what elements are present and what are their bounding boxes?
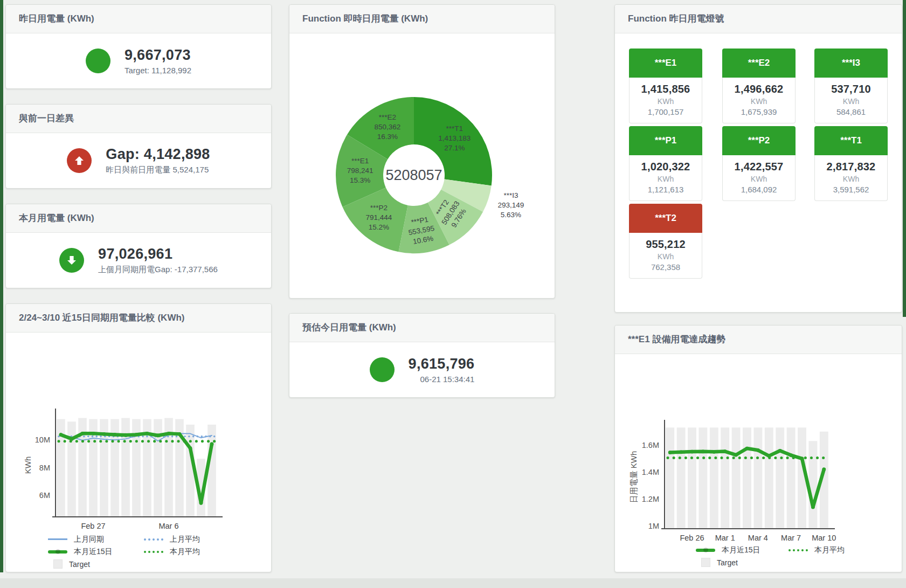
series-point xyxy=(210,442,214,446)
series-point xyxy=(167,432,171,435)
arrow-down-circle-icon xyxy=(59,248,84,273)
target-bar[interactable] xyxy=(698,427,707,529)
target-bar[interactable] xyxy=(776,427,784,529)
arrow-down-icon xyxy=(66,254,78,266)
series-point xyxy=(199,501,203,505)
legend-item-本月近15日[interactable]: 本月近15日 xyxy=(696,545,789,555)
x-tick-label: Mar 7 xyxy=(781,534,801,542)
legend-item-Target[interactable]: Target xyxy=(696,558,789,567)
legend-item-本月平均[interactable]: 本月平均 xyxy=(789,545,881,555)
light-tile-target: 1,675,939 xyxy=(724,107,794,116)
x-tick-label: Mar 1 xyxy=(715,534,735,542)
legend-item-Target[interactable]: Target xyxy=(48,559,144,569)
series-point xyxy=(778,449,782,453)
series-point xyxy=(135,433,139,437)
series-point xyxy=(690,450,694,454)
target-bar[interactable] xyxy=(765,427,773,529)
series-point xyxy=(81,432,85,435)
legend-label: 本月近15日 xyxy=(74,547,113,557)
light-tile-value: 1,422,557 xyxy=(724,161,794,173)
light-tile-value: 955,212 xyxy=(631,238,701,251)
light-tile-value: 2,817,832 xyxy=(816,161,886,173)
panel-title: 2/24~3/10 近15日同期用電量比較 (KWh) xyxy=(6,304,271,333)
target-bar[interactable] xyxy=(666,427,674,529)
light-tile-E1: ***E11,415,856KWh1,700,157 xyxy=(629,49,702,123)
light-tile-body: 2,817,832KWh3,591,562 xyxy=(814,155,888,201)
light-tile-unit: KWh xyxy=(631,175,701,183)
panel-month-usage: 本月用電量 (KWh) 97,026,961 上個月同期用電Gap: -17,3… xyxy=(5,204,272,288)
target-bar[interactable] xyxy=(753,427,762,529)
x-tick-label: Feb 26 xyxy=(680,534,704,542)
light-tile-unit: KWh xyxy=(816,97,886,106)
series-point xyxy=(745,447,749,451)
day-gap-sub: 昨日與前日用電量 5,524,175 xyxy=(106,165,210,175)
legend-thin-line-icon xyxy=(48,538,67,540)
y-tick-label: 1.2M xyxy=(642,495,659,503)
series-point xyxy=(756,448,760,452)
target-bar[interactable] xyxy=(732,427,741,529)
target-bar[interactable] xyxy=(208,425,216,517)
panel-title: 本月用電量 (KWh) xyxy=(6,204,271,233)
light-tile-label: ***P2 xyxy=(722,126,796,155)
legend-item-本月平均[interactable]: 本月平均 xyxy=(144,547,240,557)
light-tile-unit: KWh xyxy=(724,175,794,183)
target-bar[interactable] xyxy=(787,427,796,529)
series-point xyxy=(146,432,149,435)
target-bar[interactable] xyxy=(743,427,751,529)
light-tile-label: ***T1 xyxy=(814,126,888,155)
series-point xyxy=(178,432,182,436)
series-point xyxy=(767,454,771,458)
light-tile-target: 1,684,092 xyxy=(724,185,794,194)
light-tile-label: ***E1 xyxy=(629,49,702,78)
legend-label: 本月平均 xyxy=(170,547,200,557)
panel-e1-trend-chart: ***E1 設備用電達成趨勢 1M1.2M1.4M1.6MFeb 26Mar 1… xyxy=(614,325,902,572)
legend-thick-line-icon xyxy=(48,550,67,554)
series-point xyxy=(124,433,128,437)
legend-label: 上月平均 xyxy=(170,535,200,544)
x-tick-label: Mar 6 xyxy=(158,522,178,530)
page-right-accent-strip xyxy=(903,0,906,317)
series-point xyxy=(701,449,705,453)
legend-label: Target xyxy=(69,560,90,569)
compare-15d-chart[interactable]: 6M8M10MFeb 27Mar 6KWh xyxy=(6,333,271,532)
target-bar[interactable] xyxy=(808,441,817,529)
series-point xyxy=(102,432,106,436)
legend-item-上月同期[interactable]: 上月同期 xyxy=(48,535,144,544)
light-tile-target: 584,861 xyxy=(816,107,886,116)
status-circle-icon xyxy=(86,49,110,73)
light-tile-unit: KWh xyxy=(816,175,886,183)
target-bar[interactable] xyxy=(677,427,686,529)
legend-item-上月平均[interactable]: 上月平均 xyxy=(144,535,240,544)
realtime-donut-chart[interactable]: ***T11,413,18327.1%***I3293,1495.63%***T… xyxy=(289,33,555,298)
series-point xyxy=(156,434,160,438)
x-tick-label: Mar 10 xyxy=(812,534,836,542)
series-point xyxy=(92,432,95,435)
series-point xyxy=(113,433,117,437)
e1-trend-chart[interactable]: 1M1.2M1.4M1.6MFeb 26Mar 1Mar 4Mar 7Mar 1… xyxy=(615,354,902,544)
light-tile-body: 537,710KWh584,861 xyxy=(814,78,888,123)
yesterday-usage-value: 9,667,073 xyxy=(125,47,191,64)
y-tick-label: 10M xyxy=(35,435,50,444)
donut-slice-label: ***I3293,1495.63% xyxy=(498,191,524,219)
light-tile-target: 3,591,562 xyxy=(816,185,886,194)
legend-label: 本月近15日 xyxy=(722,545,760,555)
series-point xyxy=(189,446,192,450)
series-point xyxy=(712,450,716,454)
light-tile-body: 1,496,662KWh1,675,939 xyxy=(722,78,796,123)
legend-dotted-line-icon xyxy=(144,538,163,541)
e1-trend-legend: 本月近15日本月平均Target xyxy=(696,544,881,569)
panel-estimate-today: 預估今日用電量 (KWh) 9,615,796 06-21 15:34:41 xyxy=(289,313,555,398)
target-bar[interactable] xyxy=(688,427,696,529)
target-bar[interactable] xyxy=(710,427,718,529)
panel-title: 昨日用電量 (KWh) xyxy=(6,5,271,33)
light-tile-body: 1,415,856KWh1,700,157 xyxy=(629,78,702,123)
series-point xyxy=(822,467,826,471)
target-bar[interactable] xyxy=(721,427,729,529)
series-point xyxy=(723,449,727,453)
panel-title: Function 昨日用電燈號 xyxy=(615,5,902,33)
legend-item-本月近15日[interactable]: 本月近15日 xyxy=(48,547,144,557)
legend-label: 本月平均 xyxy=(814,545,845,555)
target-bar[interactable] xyxy=(121,418,130,517)
light-tile-label: ***P1 xyxy=(629,126,702,155)
series-point xyxy=(789,453,793,457)
